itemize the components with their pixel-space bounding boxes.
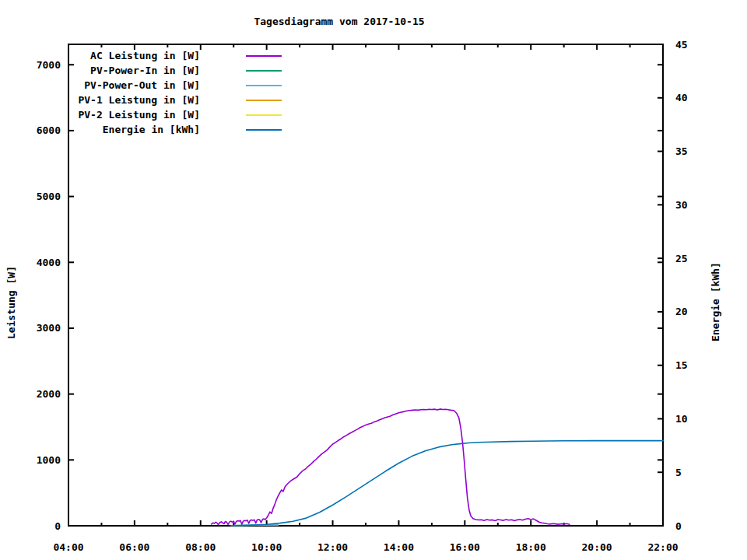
- y2-axis-tick-label: 0: [675, 520, 682, 532]
- legend-label: PV-1 Leistung in [W]: [66, 94, 200, 106]
- y1-axis-tick-label: 2000: [37, 388, 61, 400]
- legend-item: PV-2 Leistung in [W]: [66, 107, 282, 122]
- x-axis-tick-label: 22:00: [647, 541, 678, 553]
- legend-label: AC Leistung in [W]: [66, 50, 200, 61]
- legend-line-sample: [246, 100, 282, 101]
- y2-axis-tick-label: 25: [675, 253, 688, 264]
- x-axis-tick-label: 14:00: [384, 541, 414, 553]
- legend-item: PV-Power-Out in [W]: [66, 78, 282, 93]
- y1-axis-tick-label: 1000: [37, 454, 61, 466]
- x-axis-tick-label: 16:00: [450, 541, 480, 553]
- legend-label: Energie in [kWh]: [66, 124, 200, 135]
- legend-line-sample: [246, 129, 282, 131]
- chart-title: Tagesdiagramm vom 2017-10-15: [254, 16, 424, 27]
- y2-axis-tick-label: 30: [675, 199, 688, 211]
- y2-axis-tick-label: 20: [675, 306, 688, 317]
- y2-axis-tick-label: 5: [675, 467, 682, 478]
- legend-item: AC Leistung in [W]: [66, 48, 282, 63]
- x-axis-tick-label: 08:00: [185, 541, 216, 553]
- x-axis-tick-label: 12:00: [317, 541, 348, 553]
- x-axis-tick-label: 10:00: [251, 541, 282, 553]
- chart-page: Tagesdiagramm vom 2017-10-15 Leistung [W…: [0, 0, 747, 560]
- legend-line-sample: [246, 70, 282, 72]
- series-line-5: [233, 441, 663, 526]
- x-axis-tick-label: 06:00: [119, 541, 149, 553]
- y1-axis-tick-label: 7000: [37, 59, 61, 71]
- y2-axis-tick-label: 45: [675, 39, 688, 51]
- x-axis-tick-label: 04:00: [53, 541, 83, 553]
- y2-axis-tick-label: 40: [675, 92, 688, 103]
- y2-axis-tick-label: 10: [675, 413, 688, 425]
- y1-axis-tick-label: 0: [54, 520, 61, 532]
- y1-axis-tick-label: 6000: [37, 124, 61, 136]
- y1-axis-tick-label: 5000: [37, 191, 61, 202]
- x-axis-tick-label: 20:00: [582, 541, 612, 553]
- series-line-0: [212, 409, 570, 525]
- y1-axis-label: Leistung [W]: [5, 266, 17, 339]
- legend-item: PV-Power-In in [W]: [66, 63, 282, 78]
- legend-line-sample: [246, 85, 282, 86]
- legend-item: Energie in [kWh]: [66, 122, 282, 137]
- legend-label: PV-Power-Out in [W]: [66, 79, 200, 91]
- legend-line-sample: [246, 114, 282, 116]
- legend: AC Leistung in [W]PV-Power-In in [W]PV-P…: [66, 48, 282, 137]
- legend-label: PV-Power-In in [W]: [66, 65, 200, 76]
- x-axis-tick-label: 18:00: [516, 541, 546, 553]
- y1-axis-tick-label: 4000: [37, 257, 61, 268]
- legend-line-sample: [246, 55, 282, 57]
- legend-label: PV-2 Leistung in [W]: [66, 109, 200, 121]
- y2-axis-label: Energie [kWh]: [710, 262, 721, 341]
- y2-axis-tick-label: 15: [675, 359, 688, 371]
- y2-axis-tick-label: 35: [675, 145, 688, 157]
- y1-axis-tick-label: 3000: [37, 322, 61, 334]
- legend-item: PV-1 Leistung in [W]: [66, 93, 282, 107]
